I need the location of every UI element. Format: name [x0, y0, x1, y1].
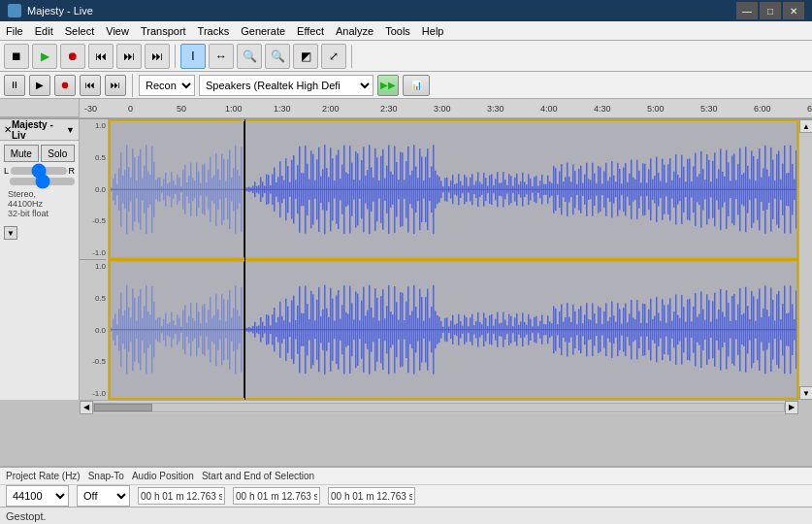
status-bar: Project Rate (Hz) Snap-To Audio Position… — [0, 466, 812, 524]
status-text-bar: Gestopt. — [0, 507, 812, 524]
expand-button[interactable]: ▼ — [4, 226, 17, 240]
snap-to-select[interactable]: Off — [77, 485, 130, 507]
clip-button[interactable]: 📊 — [403, 75, 430, 96]
scroll-thumb-h[interactable] — [94, 404, 152, 411]
menu-item-file[interactable]: File — [0, 21, 29, 41]
track-name: Majesty - Liv — [12, 119, 66, 141]
solo-button[interactable]: Solo — [41, 145, 76, 162]
rewind-button[interactable]: ⏮ — [88, 44, 114, 69]
ruler-mark-2: 50 — [177, 104, 186, 114]
menu-item-edit[interactable]: Edit — [29, 21, 59, 41]
ruler-mark-0: -30 — [84, 104, 97, 114]
ruler-mark-8: 3:30 — [487, 104, 504, 114]
pause-button[interactable]: ⏸ — [4, 75, 25, 96]
ruler-mark-10: 4:30 — [594, 104, 611, 114]
track-label-spacer — [0, 99, 80, 117]
stop-button[interactable]: ⏹ — [4, 44, 29, 69]
toolbar: ⏹▶⏺⏮⏭⏭I↔🔍🔍◩⤢ — [0, 41, 812, 72]
ruler-mark-11: 5:00 — [647, 104, 665, 114]
ruler-mark-5: 2:00 — [322, 104, 340, 114]
track-collapse[interactable]: ▼ — [66, 125, 75, 135]
pan-slider[interactable] — [10, 178, 75, 185]
empty-area — [0, 413, 812, 444]
record-button[interactable]: ⏺ — [60, 44, 85, 69]
track-close-button[interactable]: ✕ — [4, 124, 12, 135]
scale2-neg-1-0: -1.0 — [80, 389, 106, 398]
track-info: Stereo, 44100Hz 32-bit float — [4, 187, 75, 220]
waveform-section: 1.0 0.5 0.0 -0.5 -1.0 1.0 0.5 0.0 -0.5 -… — [80, 118, 812, 400]
pan-row — [4, 178, 75, 185]
select-cursor-button[interactable]: I — [180, 44, 206, 69]
zoom-fit-button[interactable]: ◩ — [293, 44, 318, 69]
scale-1-0-top: 1.0 — [80, 121, 106, 130]
skip-start-button[interactable]: ⏮ — [80, 75, 101, 96]
title-bar-title: Majesty - Live — [27, 5, 93, 16]
menu-item-effect[interactable]: Effect — [291, 21, 330, 41]
scroll-up-button[interactable]: ▲ — [799, 119, 812, 133]
v-scrollbar[interactable]: ▲ ▼ — [798, 119, 812, 400]
play-button[interactable]: ▶ — [29, 75, 50, 96]
menu-item-help[interactable]: Help — [416, 21, 450, 41]
ruler-mark-14: 6:30 — [807, 104, 812, 114]
audio-pos-input[interactable] — [138, 487, 225, 505]
record-button[interactable]: ⏺ — [54, 75, 76, 96]
sel-end-input[interactable] — [328, 487, 415, 505]
menu-item-view[interactable]: View — [100, 21, 135, 41]
play-button[interactable]: ▶ — [32, 44, 57, 69]
title-bar: Majesty - Live — □ ✕ — [0, 0, 812, 21]
main-area: ✕ Majesty - Liv ▼ Mute Solo L R Stereo, … — [0, 118, 812, 400]
close-button[interactable]: ✕ — [783, 2, 804, 19]
status-row2: 44100 Off — [0, 485, 812, 507]
ruler-mark-13: 6:00 — [754, 104, 771, 114]
scale-0-5: 0.5 — [80, 153, 106, 162]
scroll-left-button[interactable]: ◀ — [80, 401, 93, 414]
track-sample-rate: Stereo, 44100Hz — [8, 189, 71, 209]
project-rate-label: Project Rate (Hz) — [6, 471, 81, 481]
mute-button[interactable]: Mute — [4, 145, 39, 162]
gain-label-l: L — [4, 166, 9, 176]
menu-item-transport[interactable]: Transport — [135, 21, 192, 41]
ruler-mark-3: 1:00 — [225, 104, 243, 114]
recon-select[interactable]: Recon — [139, 75, 195, 96]
ruler-mark-6: 2:30 — [380, 104, 398, 114]
skip-end-button[interactable]: ⏭ — [105, 75, 126, 96]
separator — [132, 74, 133, 97]
ruler-mark-9: 4:00 — [540, 104, 558, 114]
sel-start-input[interactable] — [233, 487, 320, 505]
ruler-mark-7: 3:00 — [434, 104, 451, 114]
maximize-button[interactable]: □ — [760, 2, 781, 19]
scroll-down-button[interactable]: ▼ — [799, 386, 812, 400]
zoom-in-button[interactable]: 🔍 — [237, 44, 262, 69]
playhead — [244, 119, 245, 400]
toolbar-sep-2 — [351, 45, 352, 68]
scroll-track-h — [93, 403, 785, 412]
ruler-mark-12: 5:30 — [700, 104, 718, 114]
track-bit-depth: 32-bit float — [8, 209, 71, 218]
menu-item-generate[interactable]: Generate — [235, 21, 291, 41]
monitor-button[interactable]: ▶▶ — [377, 75, 399, 96]
menu-item-select[interactable]: Select — [59, 21, 101, 41]
status-row1: Project Rate (Hz) Snap-To Audio Position… — [0, 468, 812, 485]
selection-label: Start and End of Selection — [202, 471, 314, 481]
track-controls: Mute Solo L R Stereo, 44100Hz 32-bit flo… — [0, 141, 79, 224]
toolbar-sep-1 — [175, 45, 176, 68]
menu-item-tracks[interactable]: Tracks — [192, 21, 236, 41]
zoom-toggle-button[interactable]: ⤢ — [321, 44, 346, 69]
scroll-right-button[interactable]: ▶ — [785, 401, 798, 414]
waveform-canvas-container — [109, 119, 798, 400]
device-toolbar: ⏸ ▶ ⏺ ⏮ ⏭ Recon Speakers (Realtek High D… — [0, 72, 812, 99]
menu-item-tools[interactable]: Tools — [379, 21, 416, 41]
skip-end-button[interactable]: ⏭ — [145, 44, 170, 69]
zoom-out-button[interactable]: 🔍 — [265, 44, 290, 69]
zoom-selection-button[interactable]: ↔ — [209, 44, 234, 69]
menu-item-analyze[interactable]: Analyze — [330, 21, 379, 41]
title-bar-left: Majesty - Live — [8, 4, 93, 17]
scale-neg-0-5: -0.5 — [80, 216, 106, 225]
snap-to-label: Snap-To — [88, 471, 124, 481]
menu-bar: FileEditSelectViewTransportTracksGenerat… — [0, 21, 812, 41]
minimize-button[interactable]: — — [736, 2, 758, 19]
mute-solo: Mute Solo — [4, 145, 75, 162]
project-rate-select[interactable]: 44100 — [6, 485, 69, 507]
fast-forward-button[interactable]: ⏭ — [116, 44, 142, 69]
speaker-select[interactable]: Speakers (Realtek High Defi — [199, 75, 374, 96]
